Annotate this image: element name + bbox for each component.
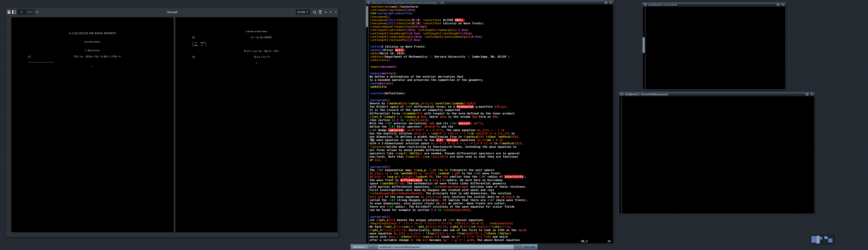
vim-line: differential forms $\Lambda(M)$ with res…: [370, 112, 613, 115]
vim-line: [370, 68, 613, 72]
desktop: 1 of 7 ✎ short.pdf 57.4% ∨ ∧ × A C: [0, 0, 868, 250]
terminal-window-title: knill@knill12: /home/knill: [648, 3, 775, 6]
equation-number: (1): [28, 55, 38, 58]
minimize-icon[interactable]: ⌄: [643, 3, 647, 6]
vim-line: after a variable change $r \to mr$ becom…: [370, 238, 613, 242]
equation-body: D_tt u + Lu = 0: [203, 55, 321, 59]
paper-author: OLIVER KNILL: [28, 40, 157, 43]
running-head: Calculus on Wave fronts: [192, 30, 321, 33]
vim-line: with a 2-dimensional solution space $c_+…: [370, 142, 613, 145]
scroll-percent: 2%: [608, 240, 611, 243]
terminal-scrollbar[interactable]: [619, 96, 622, 214]
terminal-title-bar[interactable]: ⌄ knill@knill12: /home/knill/lib/importa…: [619, 92, 814, 96]
matrix-D: 0−d/dxd/dx0: [193, 41, 206, 47]
equation-body: f″(r) + (n − 1)f′(r)/r + f(r) = 0, f(0) …: [38, 55, 157, 58]
vim-line: of $L$. }: [370, 158, 613, 162]
xterm-window-top: ⌄ knill@knill12: /home/knill ×: [642, 2, 786, 90]
maximize-button[interactable]: [776, 3, 780, 6]
vim-line: \section{Definitions}: [370, 92, 613, 95]
page-number: 2: [192, 61, 321, 65]
vim-line: The {\bf exponential map} $\exp_p: T_pM …: [370, 168, 613, 172]
vim-line: \let\paragraph\subsection: [370, 12, 613, 15]
zoom-caret-icon: [306, 11, 308, 12]
vim-line: \date{March 16, 2026}: [370, 52, 613, 55]
zoom-dropdown[interactable]: 57.4%: [296, 9, 310, 15]
vim-line: \paragraph{}: [370, 215, 613, 218]
scroll-right-button[interactable]: ►: [519, 245, 522, 249]
vim-line: \cite{HuygensBarrowNewtonHooke}. The pri…: [370, 192, 613, 195]
scroll-left-button[interactable]: ◄: [515, 245, 518, 249]
vim-line: non-local. Note that $\cos(Dt),{\rm sinc…: [370, 155, 613, 158]
page-count-label: of 7: [26, 10, 34, 13]
taskbar-clock: 09:14 AM: [523, 246, 537, 248]
terminal-output[interactable]: [645, 7, 785, 89]
workspace-button[interactable]: Workspace 1: [351, 245, 369, 249]
sidebar-toggle-icon[interactable]: [12, 10, 16, 14]
terminal-window-title: knill@knill12: /home/knill/lib/important: [625, 93, 804, 96]
search-icon[interactable]: [313, 11, 316, 13]
minimize-icon[interactable]: ⌄: [620, 93, 624, 96]
close-button[interactable]: ×: [810, 93, 814, 96]
pdf-document-icon: [8, 10, 10, 14]
pdf-minimize-button[interactable]: ∨: [324, 10, 327, 14]
minimize-icon[interactable]: ⌄: [367, 1, 371, 4]
pager-desk-2[interactable]: [823, 235, 835, 245]
vim-line: \paragraph{}: [370, 165, 613, 168]
vim-line: the Hilbert space of {\bf differential f…: [370, 105, 613, 108]
vim-line: \maketitle: [370, 85, 613, 88]
terminal-title-bar[interactable]: ⌄ knill@knill12: /home/knill ×: [643, 3, 785, 7]
scroll-right-button[interactable]: ►: [374, 245, 377, 249]
vim-line: [370, 42, 613, 45]
vim-line: First investigations were done by Huygen…: [370, 188, 613, 192]
vim-line: (See section 11.3 in \cite{Cycon}).: [370, 118, 613, 122]
vim-line: \paragraph{}: [370, 98, 613, 102]
scroll-left-button[interactable]: ◄: [370, 245, 373, 249]
vim-line: We have $\phi_1(r)=\cos(r), \phi_2(t)=J_…: [370, 225, 613, 228]
equation-2: (2) d_t = tφ_{q+2}(tD)d .: [192, 35, 321, 39]
vim-line: can be found for example in section 2.4 …: [370, 208, 613, 212]
vim-line: space $\mathbb{R}^q$. The mathematics of…: [370, 182, 613, 185]
fvwm-pager[interactable]: [810, 235, 835, 245]
vim-line: wave equation $u_{tt} = u_{rr} + \frac{1…: [370, 232, 613, 235]
pdf-document-area[interactable]: A CALCULUS ON WAVE FRONTS OLIVER KNILL 1…: [6, 16, 338, 237]
vim-line: \end{abstract}: [370, 82, 613, 85]
section-heading: 1. Definitions: [28, 49, 157, 52]
terminal-output[interactable]: [622, 96, 814, 214]
maximize-button[interactable]: [805, 93, 809, 96]
close-button[interactable]: ×: [781, 3, 785, 6]
vim-line: We define a deformation of the exterior …: [370, 75, 613, 78]
vim-line: [370, 212, 613, 215]
close-button[interactable]: ×: [609, 1, 613, 4]
vim-line: \begin{document}: [370, 65, 613, 68]
cursor-position: 50,2: [581, 240, 588, 243]
scrollbar-thumb[interactable]: [643, 37, 645, 53]
equation-body: D_tt u = u_tt + (q − 1)[u_t/t − u/t²] .: [203, 49, 321, 53]
vim-line: \fancyhead[LO]{\fontsize{9}{9} \selectfo…: [370, 19, 613, 22]
paper-title: A CALCULUS ON WAVE FRONTS: [28, 31, 157, 36]
scrollbar-thumb[interactable]: [366, 6, 368, 27]
page-number-input[interactable]: 1: [18, 9, 26, 15]
vim-terminal-window: ⌄ short.tex + (~/text3/graphgeometry/art…: [366, 0, 614, 244]
vim-line: It is the closure of the space of compac…: [370, 108, 613, 112]
page-number: 1: [28, 65, 157, 68]
vim-line: {\bf Hodge Laplacian} $L=D^2=d^* d + d d…: [370, 128, 613, 132]
equation-number: (3): [192, 55, 203, 59]
vim-line: [370, 62, 613, 65]
vim-title-bar[interactable]: ⌄ short.tex + (~/text3/graphgeometry/art…: [366, 1, 613, 5]
vim-line: \setlength{\parindent}{0cm} \setlength{\…: [370, 28, 613, 32]
vim-scrollbar[interactable]: [366, 5, 369, 244]
vim-buffer[interactable]: \newtheorem{conj}{Conjecture}\setlength{…: [369, 5, 613, 244]
pdf-page-2: Calculus on Wave fronts (2) d_t = tφ_{q+…: [175, 18, 338, 232]
vim-line: \newtheorem{conj}{Conjecture}: [370, 5, 613, 8]
pdf-close-button[interactable]: ×: [335, 10, 337, 13]
menu-icon[interactable]: [319, 10, 321, 13]
terminal-scrollbar[interactable]: [643, 7, 645, 89]
pdf-maximize-button[interactable]: ∧: [330, 10, 332, 14]
vim-ruler: 50,2 2%: [581, 240, 611, 243]
annotate-pen-icon[interactable]: ✎: [36, 10, 38, 14]
vim-line: With the {\bf exterior derivative} $d$ a…: [370, 122, 613, 125]
taskbar-window-button[interactable]: knill@knill12: /home/knill/lib/important: [378, 245, 514, 249]
vim-line: [370, 95, 613, 98]
maximize-button[interactable]: [604, 1, 608, 4]
pager-desk-1[interactable]: [810, 235, 823, 245]
